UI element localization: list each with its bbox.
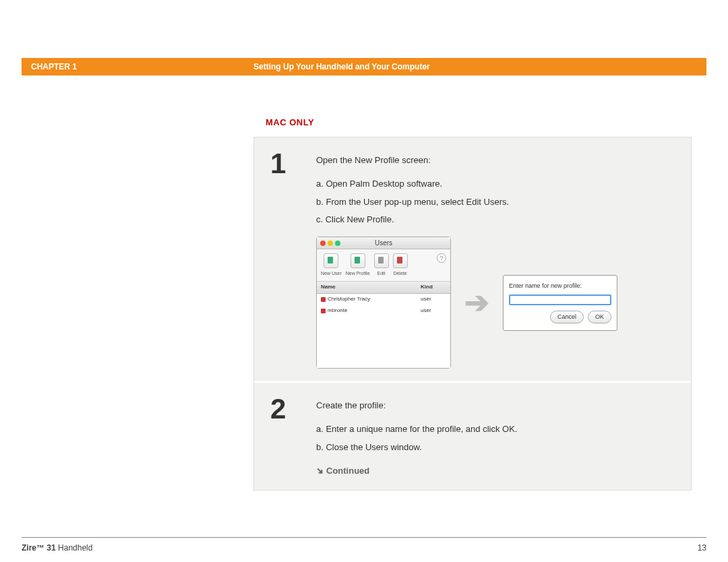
chapter-title: Setting Up Your Handheld and Your Comput… [253,62,430,71]
step-sub: c. Click New Profile. [316,213,677,227]
continued-label: ➔Continued [316,464,677,478]
arrow-right-icon: ➔ [464,279,489,326]
step-sub: b. Close the Users window. [316,441,677,455]
new-user-button[interactable]: New User [321,253,342,277]
user-icon [321,297,326,302]
page-number: 13 [698,543,706,553]
profile-icon [351,253,365,268]
step-number: 2 [270,395,297,478]
ok-button[interactable]: OK [588,311,611,323]
chapter-label: CHAPTER 1 [22,62,253,71]
column-headers: Name Kind [317,282,450,294]
step-number: 1 [270,150,297,369]
step-sub: a. Enter a unique name for the profile, … [316,423,677,437]
footer-rule [22,537,706,538]
delete-icon [393,253,408,268]
step-sub: b. From the User pop-up menu, select Edi… [316,195,677,210]
new-profile-button[interactable]: New Profile [346,253,370,277]
page-footer: Zire™ 31 Handheld 13 [22,543,706,553]
edit-button[interactable]: Edit [374,253,389,277]
toolbar: New User New Profile Edit [317,249,450,282]
dialog-label: Enter name for new profile: [509,281,611,290]
window-title: Users [317,238,450,249]
profile-name-input[interactable] [509,294,611,305]
table-row[interactable]: Christopher Tracy user [317,294,450,305]
continued-arrow-icon: ➔ [312,464,327,478]
platform-label: MAC ONLY [266,117,706,127]
step-intro: Open the New Profile screen: [316,154,677,168]
step-2: 2 Create the profile: a. Enter a unique … [254,381,691,490]
user-icon [321,309,326,313]
users-window: Users New User New Profile [316,237,451,369]
edit-icon [374,253,389,268]
cancel-button[interactable]: Cancel [550,311,584,323]
table-row[interactable]: mbronte user [317,305,450,317]
step-1: 1 Open the New Profile screen: a. Open P… [254,137,691,381]
window-titlebar: Users [317,237,450,249]
delete-button[interactable]: Delete [393,253,408,277]
step-sub: a. Open Palm Desktop software. [316,177,677,191]
chapter-header: CHAPTER 1 Setting Up Your Handheld and Y… [22,58,706,75]
help-icon[interactable]: ? [437,253,446,263]
step-intro: Create the profile: [316,399,677,413]
new-profile-dialog: Enter name for new profile: Cancel OK [503,275,617,331]
product-name: Zire™ 31 Handheld [22,543,92,553]
user-icon [324,253,338,268]
steps-panel: 1 Open the New Profile screen: a. Open P… [253,137,692,491]
